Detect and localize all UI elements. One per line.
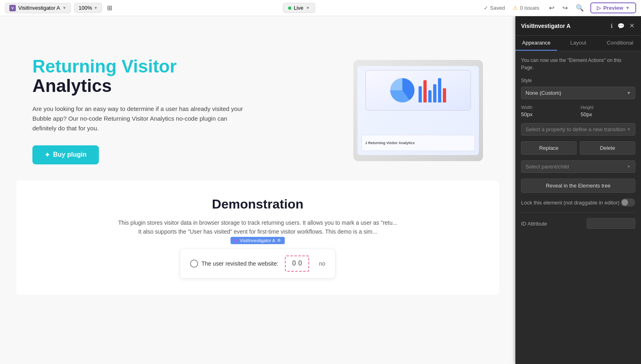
id-attribute-input[interactable]: [587, 218, 635, 229]
demo-widget: VisitInvestigator A ⚙ The user revisited…: [180, 249, 335, 279]
star-icon: ✦: [45, 151, 50, 159]
live-button[interactable]: Live ▼: [283, 3, 315, 13]
delete-button[interactable]: Delete: [580, 141, 635, 155]
id-attribute-label: ID Attribute: [521, 221, 547, 227]
hero-title-sub: Analytics: [32, 76, 337, 96]
app-icon: V: [9, 5, 16, 11]
replace-delete-row: Replace Delete: [521, 141, 635, 155]
panel-title: VisitInvestigator A: [521, 23, 570, 29]
width-value: 50px: [521, 111, 576, 117]
search-button[interactable]: 🔍: [574, 2, 585, 13]
tab-layout[interactable]: Layout: [557, 36, 599, 51]
panel-comment-button[interactable]: 💬: [617, 22, 625, 30]
preview-chevron-icon: ▼: [626, 6, 630, 10]
globe-icon: [190, 260, 198, 268]
panel-info-text: You can now use the "Element Actions" on…: [521, 57, 635, 71]
buy-plugin-button[interactable]: ✦ Buy plugin: [32, 145, 99, 164]
play-icon: ▷: [597, 5, 601, 11]
iso-label: J Returning Visitor Analytics: [365, 141, 415, 145]
panel-header: VisitInvestigator A ℹ 💬 ✕: [515, 16, 641, 36]
lock-toggle-knob: [622, 199, 628, 206]
element-settings-icon[interactable]: ⚙: [277, 238, 281, 243]
iso-bar-chart: [419, 78, 446, 102]
iso-bar-4: [433, 84, 436, 102]
lock-label: Lock this element (not draggable in edit…: [521, 200, 620, 206]
style-dropdown-arrow-icon: ▼: [627, 91, 631, 95]
live-label: Live: [294, 5, 303, 11]
lock-row: Lock this element (not draggable in edit…: [521, 198, 635, 206]
width-label: Width: [521, 105, 576, 110]
select-parent-dropdown[interactable]: Select parent/child ▼: [521, 160, 635, 173]
buy-button-label: Buy plugin: [53, 151, 87, 158]
panel-info-button[interactable]: ℹ: [610, 22, 613, 30]
iso-bar-3: [428, 90, 432, 102]
iso-bar-5: [438, 78, 441, 102]
demo-widget-area: VisitInvestigator A ⚙ The user revisited…: [32, 249, 483, 279]
properties-panel: VisitInvestigator A ℹ 💬 ✕ Appearance Lay…: [515, 16, 641, 364]
hero-section: Returning Visitor Analytics Are you look…: [0, 32, 515, 181]
check-icon: ✓: [484, 5, 488, 11]
demo-section: Demonstration This plugin stores visitor…: [16, 181, 499, 295]
dimensions-row: Width 50px Height 50px: [521, 105, 635, 117]
zoom-chevron-icon: ▼: [94, 6, 98, 10]
element-floating-label: VisitInvestigator A ⚙: [231, 237, 285, 244]
issues-button[interactable]: ⚠ 0 issues: [510, 3, 543, 13]
panel-header-icons: ℹ 💬 ✕: [610, 21, 635, 30]
select-parent-placeholder: Select parent/child: [526, 164, 569, 170]
widget-no-text: no: [319, 260, 325, 267]
app-name-button[interactable]: V VisitInvestigator A ▼: [5, 3, 71, 13]
element-label-text: VisitInvestigator A: [240, 238, 275, 243]
reveal-elements-tree-button[interactable]: Reveal in the Elements tree: [521, 179, 635, 193]
style-dropdown-value: None (Custom): [526, 90, 561, 96]
warning-icon: ⚠: [513, 5, 518, 11]
issues-label: 0 issues: [520, 5, 539, 11]
panel-body: You can now use the "Element Actions" on…: [515, 51, 641, 364]
topbar-right: ✓ Saved ⚠ 0 issues ↩ ↪ 🔍 ▷ Preview ▼: [484, 2, 636, 13]
hero-title-main: Returning Visitor: [32, 57, 337, 76]
iso-bottom-panel: J Returning Visitor Analytics: [361, 135, 475, 151]
panel-close-button[interactable]: ✕: [628, 21, 635, 30]
topbar-left: V VisitInvestigator A ▼ 100% ▼ ⊞: [5, 2, 114, 13]
saved-status: ✓ Saved: [484, 5, 505, 11]
select-parent-arrow-icon: ▼: [627, 164, 631, 169]
live-status-dot: [288, 6, 291, 10]
iso-pie-chart: [390, 78, 415, 102]
style-label: Style: [521, 78, 635, 83]
widget-value: 0 0: [292, 259, 302, 268]
height-field: Height 50px: [581, 105, 635, 117]
iso-bar-1: [419, 86, 422, 102]
panel-divider: [521, 212, 635, 213]
app-name-chevron-icon: ▼: [62, 6, 66, 10]
undo-button[interactable]: ↩: [547, 2, 556, 13]
main-area: Returning Visitor Analytics Are you look…: [0, 16, 641, 364]
zoom-value: 100%: [79, 5, 92, 11]
demo-title: Demonstration: [32, 197, 483, 212]
id-attribute-row: ID Attribute: [521, 218, 635, 229]
grid-icon-button[interactable]: ⊞: [105, 2, 114, 13]
height-label: Height: [581, 105, 635, 110]
zoom-button[interactable]: 100% ▼: [74, 3, 102, 13]
tab-appearance[interactable]: Appearance: [515, 36, 557, 51]
tab-conditional[interactable]: Conditional: [599, 36, 641, 51]
canvas[interactable]: Returning Visitor Analytics Are you look…: [0, 16, 515, 364]
live-chevron-icon: ▼: [306, 6, 310, 10]
hero-description: Are you looking for an easy way to deter…: [32, 104, 243, 133]
preview-label: Preview: [603, 5, 623, 11]
height-value: 50px: [581, 111, 635, 117]
hero-image: J Returning Visitor Analytics: [353, 60, 483, 161]
app-name-label: VisitInvestigator A: [18, 5, 60, 11]
iso-top-panel: [365, 70, 471, 111]
iso-bar-2: [423, 80, 427, 102]
widget-label-text: The user revisited the website:: [201, 260, 278, 267]
hero-right: J Returning Visitor Analytics: [353, 60, 483, 161]
redo-button[interactable]: ↪: [561, 2, 569, 13]
style-dropdown[interactable]: None (Custom) ▼: [521, 87, 635, 99]
transition-arrow-icon: ▼: [627, 127, 631, 132]
lock-toggle[interactable]: [621, 198, 635, 206]
iso-bar-6: [443, 88, 446, 102]
preview-button[interactable]: ▷ Preview ▼: [590, 2, 636, 13]
transition-dropdown[interactable]: Select a property to define a new transi…: [521, 123, 635, 136]
replace-button[interactable]: Replace: [521, 141, 577, 155]
panel-tabs: Appearance Layout Conditional: [515, 36, 641, 51]
widget-value-box: 0 0: [285, 255, 309, 272]
